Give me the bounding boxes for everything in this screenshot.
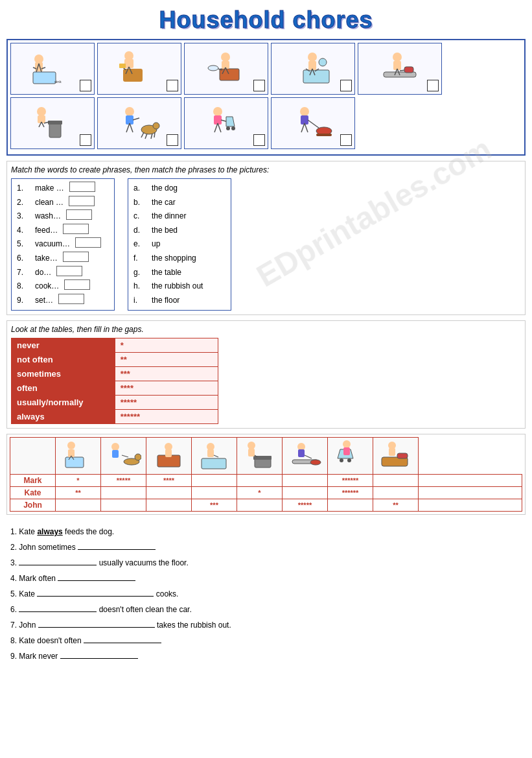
activity-icon-4	[196, 439, 232, 471]
john-cell-5	[237, 499, 283, 512]
svg-rect-82	[202, 458, 226, 469]
answer-box-4[interactable]	[63, 224, 89, 234]
svg-line-46	[126, 123, 130, 132]
sentence-4: 4. Mark often	[10, 571, 522, 586]
svg-rect-89	[248, 449, 255, 456]
svg-rect-9	[124, 59, 133, 68]
activity-header-row	[10, 438, 522, 475]
fill-9[interactable]	[60, 650, 138, 659]
john-cell-6: *****	[283, 499, 328, 512]
image-cell-5	[358, 43, 442, 95]
match-item-8: 8. cook…	[17, 279, 109, 294]
checkbox-4[interactable]	[340, 80, 352, 91]
svg-point-88	[248, 442, 255, 449]
answer-box-5[interactable]	[75, 237, 101, 248]
answer-box-9[interactable]	[58, 294, 84, 304]
fill-4[interactable]	[58, 572, 135, 581]
fill-5[interactable]	[37, 587, 154, 597]
checkbox-1[interactable]	[80, 80, 91, 91]
activity-header-1	[56, 438, 101, 475]
match-item-9: 9. set…	[17, 294, 109, 308]
mark-cell-2: *****	[101, 475, 146, 487]
freq-row-usually: usually/normally *****	[12, 396, 218, 410]
match-item-3: 3. wash…	[17, 209, 109, 224]
fill-3[interactable]	[19, 556, 97, 565]
freq-row-not-often: not often **	[12, 353, 218, 367]
sentence-8: 8. Kate doesn't often	[10, 633, 522, 648]
svg-line-85	[214, 455, 218, 457]
svg-point-62	[300, 107, 309, 116]
match-item-7: 7. do…	[17, 266, 109, 280]
match-right-item-c: c. the dinner	[133, 209, 226, 224]
image-cell-1: sink	[10, 43, 95, 95]
svg-line-47	[130, 123, 133, 132]
john-cell-4: ***	[192, 499, 237, 512]
fill-7[interactable]	[38, 619, 155, 628]
svg-point-50	[153, 123, 159, 129]
freq-word-usually: usually/normally	[12, 396, 115, 410]
svg-point-24	[308, 53, 317, 62]
match-right-item-a: a. the dog	[133, 182, 226, 196]
activity-row-mark: Mark * ***** **** ******	[10, 475, 522, 487]
match-item-5: 5. vacuum…	[17, 237, 109, 252]
frequency-instruction: Look at the tables, then fill in the gap…	[11, 325, 521, 334]
answer-box-1[interactable]	[69, 182, 95, 192]
checkbox-5[interactable]	[427, 80, 439, 91]
kate-cell-9	[419, 487, 522, 499]
match-instruction: Match the words to create phrases, then …	[11, 165, 521, 174]
chore-icon-6	[30, 104, 75, 143]
svg-rect-102	[389, 448, 395, 456]
chore-icon-8	[203, 104, 249, 143]
freq-row-sometimes: sometimes ***	[12, 367, 218, 381]
svg-rect-15	[220, 69, 239, 80]
svg-point-75	[135, 454, 141, 460]
kate-cell-7: ******	[328, 487, 373, 499]
checkbox-7[interactable]	[167, 134, 178, 146]
activity-header-4	[192, 438, 237, 475]
checkbox-6[interactable]	[80, 134, 91, 146]
image-cell-7	[97, 97, 181, 149]
activity-icon-5	[242, 439, 277, 471]
activity-icon-7	[332, 439, 368, 471]
image-row-1: sink	[10, 43, 522, 95]
svg-point-60	[226, 126, 230, 130]
svg-point-76	[111, 443, 119, 451]
john-cell-1	[56, 499, 101, 512]
image-row-2	[10, 97, 522, 149]
match-section: Match the words to create phrases, then …	[6, 161, 526, 315]
svg-rect-14	[119, 64, 126, 68]
freq-stars-always: ******	[115, 410, 218, 424]
answer-box-8[interactable]	[64, 279, 90, 290]
svg-point-95	[310, 460, 321, 465]
chore-icon-3	[203, 49, 249, 88]
answer-box-7[interactable]	[56, 266, 82, 276]
activity-icon-2	[106, 439, 141, 471]
checkbox-9[interactable]	[340, 134, 352, 146]
john-cell-2	[101, 499, 146, 512]
svg-rect-45	[126, 115, 133, 124]
svg-rect-23	[308, 61, 316, 70]
match-columns: 1. make … 2. clean … 3. wash… 4. feed… 5…	[11, 178, 521, 311]
answer-box-2[interactable]	[69, 196, 95, 206]
svg-rect-86	[255, 458, 271, 468]
svg-rect-68	[316, 134, 332, 136]
fill-8[interactable]	[84, 634, 161, 643]
svg-rect-63	[301, 115, 308, 124]
sentence-2: 2. John sometimes	[10, 539, 522, 555]
match-item-4: 4. feed…	[17, 224, 109, 238]
match-right-item-i: i. the floor	[133, 294, 226, 308]
frequency-section: Look at the tables, then fill in the gap…	[6, 320, 526, 429]
svg-point-21	[208, 65, 218, 71]
activity-header-8	[373, 438, 419, 475]
fill-2[interactable]	[78, 541, 156, 550]
checkbox-8[interactable]	[253, 134, 265, 146]
answer-box-6[interactable]	[63, 252, 89, 262]
checkbox-3[interactable]	[253, 80, 265, 91]
answer-box-3[interactable]	[66, 209, 92, 220]
svg-rect-77	[112, 450, 119, 458]
fill-6[interactable]	[19, 603, 97, 612]
checkbox-2[interactable]	[167, 80, 178, 91]
sentences-section: 1. Kate always feeds the dog. 2. John so…	[6, 520, 526, 668]
image-cell-3	[184, 43, 268, 95]
john-cell-3	[146, 499, 192, 512]
